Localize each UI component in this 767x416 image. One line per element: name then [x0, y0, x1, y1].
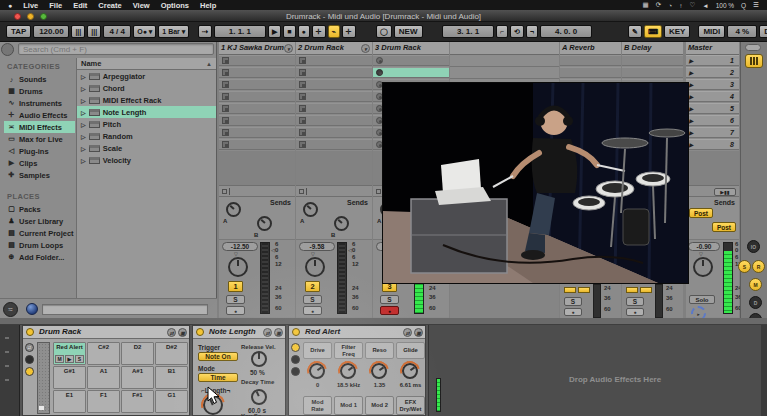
clip-stop-button[interactable]	[299, 117, 306, 124]
vertical-scrollbar[interactable]	[745, 44, 761, 51]
expand-arrow-icon[interactable]: ▷	[81, 97, 86, 104]
show-macros-icon[interactable]	[291, 367, 300, 376]
decay-time-knob[interactable]	[251, 389, 267, 405]
drum-pad[interactable]: F#1 M ▶ S	[121, 390, 154, 413]
browser-place-item[interactable]: ▢ Packs	[4, 203, 75, 215]
heart-icon[interactable]: ♡	[689, 1, 695, 9]
device-on-button[interactable]	[26, 328, 34, 336]
track-activator-button[interactable]: 2	[305, 281, 320, 292]
return-send-a-indicator[interactable]	[626, 287, 638, 293]
macro-button[interactable]: EFX Dry/Wet	[396, 396, 425, 415]
expand-arrow-icon[interactable]: ▷	[81, 133, 86, 140]
browser-category-item[interactable]: ✚ Samples	[4, 169, 75, 181]
arm-record-button[interactable]: ●	[226, 306, 245, 315]
return-send-b-indicator[interactable]	[640, 287, 652, 293]
session-record-button[interactable]: ◯	[376, 25, 392, 38]
clip-slot[interactable]	[373, 67, 449, 78]
device-on-button[interactable]	[196, 328, 204, 336]
record-button[interactable]: ●	[298, 25, 310, 38]
track-header[interactable]: 3 Drum Rack ▾	[373, 42, 449, 55]
return-monitor-button[interactable]: ●	[564, 308, 582, 316]
browser-device-item[interactable]: ▷ Note Length	[77, 106, 216, 118]
expand-arrow-icon[interactable]: ▷	[81, 85, 86, 92]
browser-place-item[interactable]: ⊕ Add Folder...	[4, 251, 75, 263]
save-preset-icon[interactable]: ▣	[274, 328, 283, 337]
browser-category-item[interactable]: ▭ Max for Live	[4, 133, 75, 145]
sync-icon[interactable]: ⟳	[656, 1, 661, 9]
clip-stop-button[interactable]	[376, 93, 383, 100]
clip-slot[interactable]	[219, 55, 295, 66]
pan-knob[interactable]	[228, 257, 248, 277]
note-length-title-bar[interactable]: Note Length ⇄ ▣	[193, 326, 285, 339]
browser-place-item[interactable]: ▤ Drum Loops	[4, 239, 75, 251]
browser-place-item[interactable]: ♟ User Library	[4, 215, 75, 227]
macro-button[interactable]: Mod 2	[365, 396, 394, 415]
red-alert-title-bar[interactable]: Red Alert ⇄ ▣	[289, 326, 425, 339]
release-vel-knob[interactable]	[251, 351, 267, 367]
capture-new-button[interactable]: NEW	[394, 25, 423, 38]
apple-menu-icon[interactable]: ●	[8, 2, 12, 9]
punch-out-button[interactable]: ¬	[526, 25, 538, 38]
clip-stop-button[interactable]	[222, 69, 229, 76]
scene-play-icon[interactable]: ▶	[689, 142, 693, 148]
menu-item-live[interactable]: Live	[23, 1, 38, 10]
clip-stop-button[interactable]	[222, 81, 229, 88]
stop-all-clips-button[interactable]: ▶▮▮	[714, 188, 736, 196]
expand-arrow-icon[interactable]: ▷	[81, 73, 86, 80]
clip-slot[interactable]	[219, 139, 295, 150]
volume-display[interactable]: -9.58	[299, 242, 335, 251]
track-header[interactable]: 1 KJ Sawka Drum ▾	[219, 42, 295, 55]
midi-map-button[interactable]: MIDI	[698, 25, 725, 38]
macro-knob[interactable]	[402, 363, 418, 379]
hot-swap-icon[interactable]: ⇄	[263, 328, 272, 337]
track-drop-area[interactable]	[219, 151, 295, 185]
loop-start-display[interactable]: 3. 1. 1	[442, 25, 494, 38]
master-volume-display[interactable]: -0.90	[688, 242, 720, 251]
toggle-track-delay-section[interactable]: D	[749, 296, 762, 309]
time-signature-display[interactable]: 4 / 4	[103, 25, 131, 38]
drum-pad[interactable]: B1 M ▶ S	[155, 366, 188, 389]
clip-stop-button[interactable]	[299, 141, 306, 148]
play-button[interactable]: ▶	[268, 25, 281, 38]
clip-stop-button[interactable]	[222, 105, 229, 112]
list-menu-icon[interactable]: ☰	[753, 1, 759, 9]
computer-midi-keyboard-button[interactable]: ⌨	[644, 25, 662, 38]
drum-pad[interactable]: C#2 M ▶ S	[87, 342, 120, 365]
clip-slot[interactable]	[219, 91, 295, 102]
tempo-display[interactable]: 120.00	[33, 25, 69, 38]
metronome-button[interactable]: O● ▾	[133, 25, 156, 38]
stop-button[interactable]: ■	[283, 25, 295, 38]
browser-category-item[interactable]: ∿ Instruments	[4, 97, 75, 109]
arrangement-position-display[interactable]: 1. 1. 1	[214, 25, 266, 38]
volume-icon[interactable]: ◄	[702, 2, 708, 9]
scene-play-icon[interactable]: ▶	[689, 82, 693, 88]
clip-stop-button[interactable]	[299, 57, 306, 64]
re-enable-automation-button[interactable]: ✛	[342, 25, 356, 38]
drum-pad[interactable]: E1 M ▶ S	[53, 390, 86, 413]
arm-record-button[interactable]: ●	[303, 306, 322, 315]
clip-slot[interactable]	[296, 55, 372, 66]
drummer-video-overlay[interactable]	[383, 83, 688, 283]
volume-display[interactable]: -12.50	[222, 242, 258, 251]
expand-arrow-icon[interactable]: ▷	[81, 121, 86, 128]
scene-launch-slot[interactable]: ▶ 2	[686, 67, 739, 78]
clip-slot[interactable]	[296, 127, 372, 138]
toggle-mixer-section[interactable]: M	[749, 278, 762, 291]
io-toggle-icon[interactable]: ⇄	[25, 343, 34, 352]
drum-pad[interactable]: D#2 M ▶ S	[155, 342, 188, 365]
clip-stop-button[interactable]	[299, 93, 306, 100]
device-view-resize-handle[interactable]	[0, 318, 767, 325]
nudge-up-button[interactable]: |||	[87, 25, 101, 38]
clip-stop-button[interactable]	[222, 129, 229, 136]
clip-slot[interactable]	[373, 55, 449, 66]
upload-icon[interactable]: ↑	[679, 2, 682, 9]
drum-pad[interactable]: A#1 M ▶ S	[121, 366, 154, 389]
scene-play-icon[interactable]: ▶	[689, 130, 693, 136]
browser-device-item[interactable]: ▷ Pitch	[77, 118, 216, 130]
macro-button[interactable]: Mod Rate	[303, 396, 332, 415]
browser-list-header[interactable]: Name ▲	[77, 58, 216, 70]
menu-item-view[interactable]: View	[133, 1, 150, 10]
search-menu-icon[interactable]: Q	[741, 2, 746, 9]
solo-button[interactable]: S	[380, 295, 399, 304]
clip-stop-button[interactable]	[222, 141, 229, 148]
